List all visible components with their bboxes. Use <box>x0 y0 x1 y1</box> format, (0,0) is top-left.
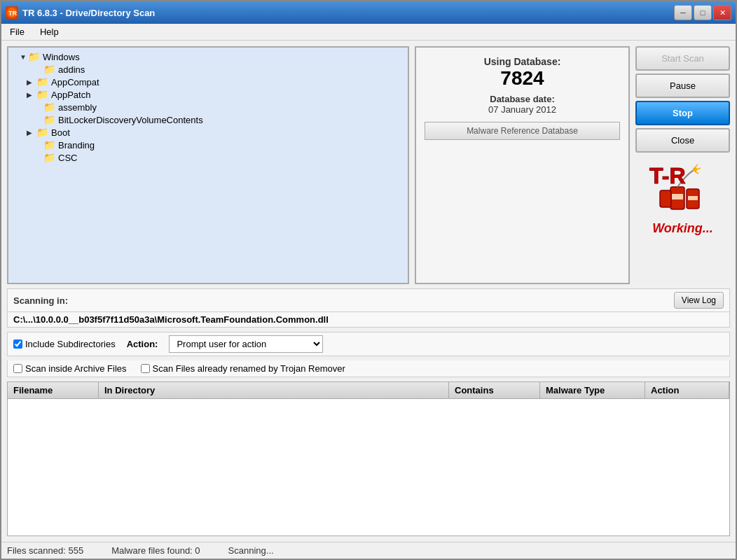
logo-area: T-R Working... <box>646 162 719 236</box>
scan-path: C:\...\10.0.0.0__b03f5f7f11d50a3a\Micros… <box>8 312 729 327</box>
scanning-label: Scanning in: <box>13 295 68 306</box>
include-subdirs-label: Include Subdirectories <box>25 339 116 349</box>
title-bar: TR TR 6.8.3 - Drive/Directory Scan ─ □ ✕ <box>1 1 736 24</box>
scan-renamed-label: Scan Files already renamed by Trojan Rem… <box>153 363 345 374</box>
scan-archive-checkbox-label[interactable]: Scan inside Archive Files <box>13 363 127 374</box>
database-date: 07 January 2012 <box>425 104 620 115</box>
tree-item-branding[interactable]: 📁 Branding <box>11 139 405 151</box>
menu-help[interactable]: Help <box>36 25 63 38</box>
col-malware-type: Malware Type <box>540 382 645 398</box>
tree-item-addins[interactable]: 📁 addins <box>11 63 405 76</box>
results-table: Filename In Directory Contains Malware T… <box>7 382 730 536</box>
tree-label: addins <box>58 64 85 75</box>
folder-icon: 📁 <box>43 139 55 150</box>
folder-icon: 📁 <box>43 114 55 125</box>
working-status: Working... <box>652 221 713 236</box>
database-date-label: Database date: <box>425 94 620 104</box>
tree-arrow-windows[interactable]: ▼ <box>20 53 27 61</box>
menu-file[interactable]: File <box>6 25 29 38</box>
directory-tree[interactable]: ▼ 📁 Windows 📁 addins ▶ 📁 <box>8 48 408 283</box>
main-window: TR TR 6.8.3 - Drive/Directory Scan ─ □ ✕… <box>0 0 737 560</box>
folder-icon: 📁 <box>28 51 40 62</box>
view-log-button[interactable]: View Log <box>674 292 724 309</box>
top-row: ▼ 📁 Windows 📁 addins ▶ 📁 <box>7 46 730 284</box>
svg-rect-6 <box>688 196 698 200</box>
malware-found-status: Malware files found: 0 <box>111 545 200 556</box>
stop-button[interactable]: Stop <box>635 101 730 125</box>
scan-renamed-checkbox-label[interactable]: Scan Files already renamed by Trojan Rem… <box>141 363 345 374</box>
col-contains: Contains <box>449 382 540 398</box>
tree-label: BitLockerDiscoveryVolumeContents <box>58 115 203 125</box>
action-label: Action: <box>127 339 158 349</box>
tree-arrow[interactable]: ▶ <box>27 78 32 86</box>
app-icon: TR <box>6 6 18 19</box>
window-title: TR 6.8.3 - Drive/Directory Scan <box>22 8 674 18</box>
minimize-button[interactable]: ─ <box>674 5 692 20</box>
tree-item-appcompat[interactable]: ▶ 📁 AppCompat <box>11 76 405 88</box>
scan-header-row: Scanning in: View Log <box>8 289 729 312</box>
col-filename: Filename <box>8 382 99 398</box>
svg-point-7 <box>693 167 697 172</box>
scan-archive-checkbox[interactable] <box>13 364 22 373</box>
table-header: Filename In Directory Contains Malware T… <box>8 382 729 399</box>
tree-label: assembly <box>58 102 97 113</box>
tree-label: CSC <box>58 153 77 163</box>
svg-text:T-R: T-R <box>649 163 686 188</box>
svg-text:TR: TR <box>8 10 17 17</box>
scanning-status: Scanning... <box>228 545 274 556</box>
include-subdirs-checkbox-label[interactable]: Include Subdirectories <box>13 339 116 349</box>
tree-item-boot[interactable]: ▶ 📁 Boot <box>11 126 405 139</box>
svg-rect-5 <box>672 194 683 200</box>
main-content: ▼ 📁 Windows 📁 addins ▶ 📁 <box>1 41 736 542</box>
close-button[interactable]: Close <box>635 128 730 153</box>
tree-item-csc[interactable]: 📁 CSC <box>11 151 405 164</box>
tree-arrow[interactable]: ▶ <box>27 91 32 99</box>
tree-item-assembly[interactable]: 📁 assembly <box>11 101 405 113</box>
options-row: Include Subdirectories Action: Prompt us… <box>7 332 730 356</box>
files-scanned-status: Files scanned: 555 <box>7 545 83 556</box>
using-database-label: Using Database: <box>425 56 620 67</box>
window-controls: ─ □ ✕ <box>674 5 731 20</box>
tr-logo: T-R <box>646 162 719 218</box>
scan-renamed-checkbox[interactable] <box>141 364 150 373</box>
tree-label: Windows <box>43 52 80 62</box>
archive-row: Scan inside Archive Files Scan Files alr… <box>7 360 730 377</box>
menu-bar: File Help <box>1 24 736 41</box>
col-in-directory: In Directory <box>99 382 449 398</box>
folder-icon: 📁 <box>43 64 55 75</box>
tree-item-bitlocker[interactable]: 📁 BitLockerDiscoveryVolumeContents <box>11 113 405 126</box>
database-number: 7824 <box>425 67 620 90</box>
folder-icon: 📁 <box>36 76 48 88</box>
close-window-button[interactable]: ✕ <box>713 5 731 20</box>
malware-reference-database-button[interactable]: Malware Reference Database <box>425 122 620 140</box>
folder-icon: 📁 <box>43 152 55 163</box>
include-subdirs-checkbox[interactable] <box>13 340 22 349</box>
folder-icon: 📁 <box>43 102 55 113</box>
folder-icon: 📁 <box>36 127 48 138</box>
tree-label: AppCompat <box>51 77 99 88</box>
database-panel: Using Database: 7824 Database date: 07 J… <box>415 46 630 284</box>
maximize-button[interactable]: □ <box>694 5 712 20</box>
tree-item-windows[interactable]: ▼ 📁 Windows <box>11 50 405 63</box>
start-scan-button[interactable]: Start Scan <box>635 46 730 71</box>
directory-tree-panel: ▼ 📁 Windows 📁 addins ▶ 📁 <box>7 46 409 284</box>
tree-item-apppatch[interactable]: ▶ 📁 AppPatch <box>11 88 405 101</box>
col-action: Action <box>645 382 729 398</box>
scan-archive-label: Scan inside Archive Files <box>25 363 127 374</box>
tree-arrow[interactable]: ▶ <box>27 129 32 136</box>
action-select[interactable]: Prompt user for action Automatically qua… <box>169 335 323 353</box>
tree-label: AppPatch <box>51 90 90 100</box>
status-bar: Files scanned: 555 Malware files found: … <box>1 542 736 559</box>
tree-label: Boot <box>51 127 70 138</box>
table-body <box>8 399 729 536</box>
tree-label: Branding <box>58 140 95 150</box>
pause-button[interactable]: Pause <box>635 74 730 98</box>
svg-rect-4 <box>660 190 671 207</box>
folder-icon: 📁 <box>36 89 48 100</box>
